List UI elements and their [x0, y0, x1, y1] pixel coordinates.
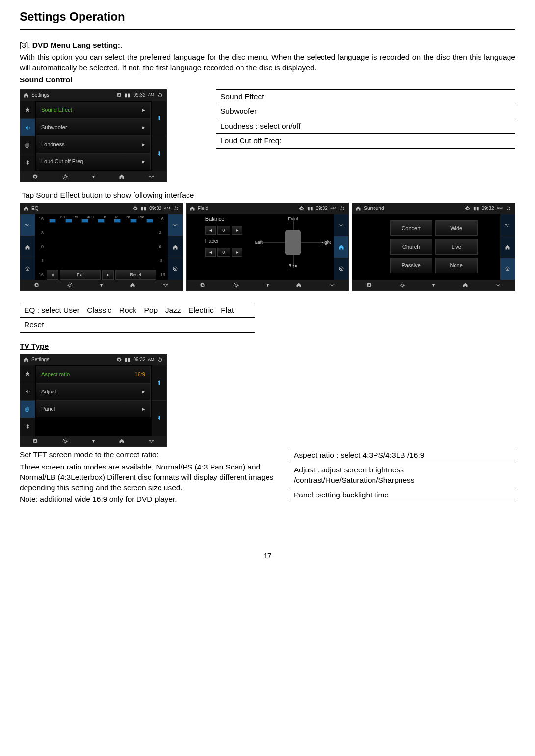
tab-surround-r[interactable] — [168, 258, 183, 280]
row-loud-cut[interactable]: Loud Cut off Freq▸ — [36, 153, 151, 170]
tab-field-r[interactable] — [168, 236, 183, 258]
bot-chev-icon[interactable]: ▾ — [92, 438, 95, 444]
bot-chev-icon[interactable]: ▾ — [267, 282, 269, 288]
back-icon[interactable] — [157, 356, 163, 363]
eq-prev-button[interactable]: ◄ — [47, 270, 58, 280]
status-icon — [116, 92, 122, 98]
sidebar-bt[interactable] — [20, 154, 35, 171]
bot-home-icon[interactable] — [462, 282, 468, 288]
tvt-r1: Aspect ratio : select 4:3PS/4:3LB /16:9 — [290, 448, 515, 463]
eq-scale-left: 1680-8-16 — [36, 214, 45, 280]
bot-chev-icon[interactable]: ▾ — [100, 282, 103, 288]
sidebar-star[interactable] — [20, 365, 35, 383]
st-r3: Loudness : select on/off — [216, 119, 515, 133]
page-title: Settings Operation — [20, 9, 515, 25]
fader-left-button[interactable]: ◄ — [205, 248, 216, 257]
sidebar-sound[interactable] — [20, 383, 35, 400]
back-icon[interactable] — [339, 205, 346, 212]
back-icon[interactable] — [173, 205, 180, 212]
screenshot-surround: Surround ▮▮ 09:32AM Concert Wide Church … — [352, 203, 515, 291]
right-scroll[interactable]: ⬆ ⬇ — [152, 101, 166, 171]
row-panel[interactable]: Panel▸ — [36, 400, 151, 417]
home-icon[interactable] — [23, 92, 29, 98]
page-number: 17 — [20, 551, 515, 561]
sidebar-star[interactable] — [20, 101, 35, 118]
row-sound-effect[interactable]: Sound Effect▸ — [36, 102, 151, 119]
sidebar-clip[interactable] — [20, 400, 35, 418]
scroll-down-icon[interactable]: ⬇ — [152, 400, 166, 436]
sidebar-sound[interactable] — [20, 118, 35, 136]
tab-eq-r[interactable] — [168, 214, 183, 236]
tab-surround-r[interactable] — [500, 258, 515, 280]
bot-wave-icon[interactable] — [495, 282, 501, 288]
back-icon[interactable] — [505, 205, 512, 212]
item-num: [3]. — [20, 41, 32, 49]
balance-right-button[interactable]: ► — [232, 226, 242, 235]
screenshot-tv-type: Settings ▮▮ 09:32AM ⬆ ⬇ Aspect ratio16:9… — [20, 354, 167, 447]
tab-field-r[interactable] — [334, 236, 348, 258]
st-r1: Sound Effect — [216, 90, 515, 104]
surround-wide-button[interactable]: Wide — [435, 220, 478, 236]
row-subwoofer[interactable]: Subwoofer▸ — [36, 119, 151, 136]
bot-gear-icon[interactable] — [200, 282, 206, 288]
eq-sliders[interactable] — [45, 214, 158, 231]
tab-surround[interactable] — [20, 258, 35, 280]
bot-gear-icon[interactable] — [32, 438, 38, 444]
bot-wave-icon[interactable] — [149, 438, 155, 444]
item-3-head: [3]. DVD Menu Lang setting:. — [20, 40, 515, 51]
eq-preset-button[interactable]: Flat — [60, 270, 101, 280]
eq-next-button[interactable]: ► — [102, 270, 114, 280]
bot-wave-icon[interactable] — [149, 174, 155, 180]
shot-title: Surround — [364, 205, 384, 212]
scroll-up-icon[interactable]: ⬆ — [152, 365, 166, 400]
bot-gear-icon[interactable] — [366, 282, 372, 288]
tab-field-r[interactable] — [500, 236, 515, 258]
bot-sun-icon[interactable] — [62, 174, 68, 180]
tab-eq-r[interactable] — [334, 214, 348, 236]
row-adjust[interactable]: Adjust▸ — [36, 383, 151, 400]
eqt-r2: Reset — [20, 317, 255, 332]
balance-left-button[interactable]: ◄ — [205, 226, 216, 235]
bot-wave-icon[interactable] — [163, 282, 169, 288]
bot-wave-icon[interactable] — [329, 282, 335, 288]
home-icon[interactable] — [355, 206, 361, 211]
sidebar-clip[interactable] — [20, 136, 35, 154]
bot-home-icon[interactable] — [119, 174, 125, 180]
bot-sun-icon[interactable] — [67, 282, 73, 288]
back-icon[interactable] — [157, 92, 163, 99]
home-icon[interactable] — [23, 206, 29, 211]
eq-reset-button[interactable]: Reset — [115, 270, 156, 280]
tab-surround-r[interactable] — [334, 258, 348, 280]
surround-live-button[interactable]: Live — [435, 239, 478, 255]
row-aspect-ratio[interactable]: Aspect ratio16:9 — [36, 366, 151, 383]
tft-line2: Three screen ratio modes are available, … — [20, 462, 285, 493]
fader-right-button[interactable]: ► — [232, 248, 242, 257]
bot-sun-icon[interactable] — [233, 282, 239, 288]
bot-home-icon[interactable] — [119, 438, 125, 444]
status-icon — [133, 206, 138, 211]
bot-sun-icon[interactable] — [62, 438, 68, 444]
bot-chev-icon[interactable]: ▾ — [92, 173, 95, 180]
surround-concert-button[interactable]: Concert — [390, 220, 432, 236]
sidebar-bt[interactable] — [20, 418, 35, 436]
tab-eq-r[interactable] — [500, 214, 515, 236]
bot-sun-icon[interactable] — [400, 282, 405, 288]
surround-none-button[interactable]: None — [435, 258, 478, 273]
tab-field[interactable] — [20, 236, 35, 258]
home-icon[interactable] — [189, 206, 195, 211]
bot-home-icon[interactable] — [130, 282, 135, 288]
bot-gear-icon[interactable] — [32, 174, 38, 180]
time: 09:32 — [133, 92, 145, 99]
bot-home-icon[interactable] — [296, 282, 302, 288]
scroll-down-icon[interactable]: ⬇ — [152, 136, 166, 171]
eqt-r1: EQ : select User—Classic—Rock—Pop—Jazz—E… — [20, 303, 255, 318]
surround-church-button[interactable]: Church — [390, 239, 432, 255]
tab-eq[interactable] — [20, 214, 35, 236]
home-icon[interactable] — [23, 357, 29, 363]
bot-gear-icon[interactable] — [34, 282, 40, 288]
scroll-up-icon[interactable]: ⬆ — [152, 101, 166, 136]
bot-chev-icon[interactable]: ▾ — [432, 282, 435, 288]
surround-passive-button[interactable]: Passive — [390, 258, 432, 273]
title-divider — [20, 29, 515, 30]
row-loudness[interactable]: Londness▸ — [36, 136, 151, 153]
